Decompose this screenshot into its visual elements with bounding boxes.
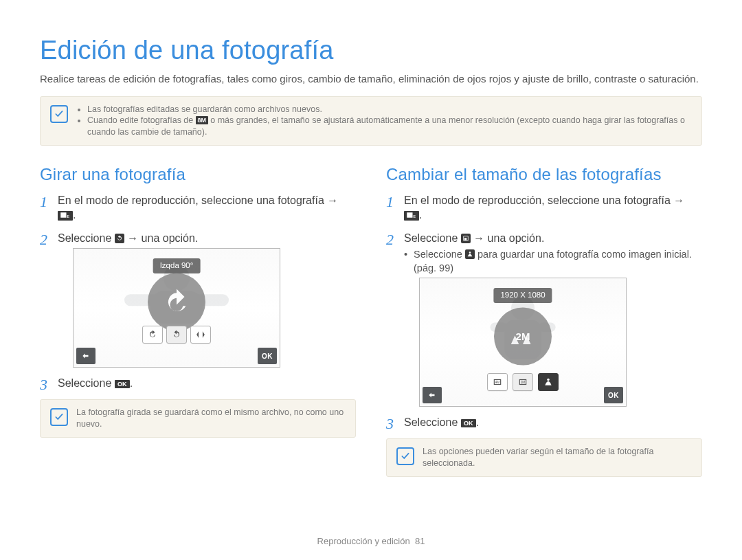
col-resize: Cambiar el tamaño de las fotografías En … — [386, 164, 702, 477]
opt-flip[interactable] — [190, 326, 211, 344]
top-note-item: Las fotografías editadas se guardarán co… — [87, 104, 692, 115]
svg-point-21 — [547, 379, 550, 381]
steps-rotate: En el modo de reproducción, seleccione u… — [40, 193, 356, 391]
step-3: Seleccione OK. — [40, 376, 356, 391]
footer-section: Reproducción y edición — [317, 536, 410, 546]
step-1: En el modo de reproducción, seleccione u… — [386, 193, 702, 223]
size-8m-icon: 8M — [196, 116, 208, 124]
step-2-sub: Seleccione para guardar una fotografía c… — [404, 248, 702, 275]
note-icon — [50, 408, 68, 426]
opt-rotate-left[interactable] — [166, 326, 187, 344]
option-row-rotate — [142, 326, 211, 344]
note-rotate: La fotografía girada se guardará como el… — [40, 399, 356, 438]
ok-icon: OK — [115, 380, 130, 388]
note-icon — [50, 105, 68, 123]
note-rotate-text: La fotografía girada se guardará como el… — [76, 407, 346, 430]
step-3: Seleccione OK. — [386, 415, 702, 430]
opt-startimg[interactable] — [538, 373, 559, 391]
back-button[interactable] — [76, 348, 95, 364]
svg-rect-1 — [60, 212, 66, 218]
ok-button[interactable]: OK — [258, 348, 277, 364]
rotate-icon — [115, 234, 124, 243]
step-2: Seleccione → una opción. Seleccione para… — [386, 231, 702, 407]
intro-text: Realice tareas de edición de fotografías… — [40, 72, 702, 86]
top-note-item: Cuando edite fotografías de 8M o más gra… — [87, 115, 692, 138]
edit-icon: E — [404, 211, 419, 221]
note-resize: Las opciones pueden variar según el tama… — [386, 438, 702, 477]
ok-icon: OK — [461, 419, 476, 427]
step-1: En el modo de reproducción, seleccione u… — [40, 193, 356, 223]
opt-rotate-right[interactable] — [142, 326, 163, 344]
pill-rotate-label: Izqda 90° — [153, 258, 201, 273]
back-button[interactable] — [423, 387, 442, 403]
page-title: Edición de una fotografía — [40, 33, 702, 68]
svg-rect-11 — [464, 238, 466, 240]
footer: Reproducción y edición 81 — [0, 535, 742, 548]
camera-screen-resize: 1920 X 1080 2M 4M 2M OK — [419, 278, 627, 407]
svg-point-12 — [469, 252, 471, 254]
steps-resize: En el modo de reproducción, seleccione u… — [386, 193, 702, 431]
ok-button[interactable]: OK — [604, 387, 623, 403]
top-note-list: Las fotografías editadas se guardarán co… — [76, 104, 692, 139]
center-disc-label: 2M — [516, 330, 530, 344]
svg-text:E: E — [413, 214, 416, 219]
note-icon — [396, 447, 414, 465]
resize-icon — [461, 234, 471, 243]
top-note-box: Las fotografías editadas se guardarán co… — [40, 96, 702, 146]
pill-resize-label: 1920 X 1080 — [493, 288, 552, 303]
svg-text:E: E — [67, 214, 69, 219]
opt-size-2m[interactable]: 2M — [513, 373, 533, 391]
center-disc-rotate — [148, 273, 205, 331]
col-rotate: Girar una fotografía En el modo de repro… — [40, 164, 356, 477]
step-2: Seleccione → una opción. Izqda 90° — [40, 231, 356, 368]
opt-size-4m[interactable]: 4M — [487, 373, 508, 391]
heading-rotate: Girar una fotografía — [40, 164, 356, 186]
option-row-resize: 4M 2M — [487, 373, 559, 391]
edit-icon: E — [58, 211, 73, 221]
svg-rect-8 — [407, 212, 412, 218]
camera-screen-rotate: Izqda 90° OK — [73, 248, 280, 368]
heading-resize: Cambiar el tamaño de las fotografías — [386, 164, 702, 186]
svg-text:4M: 4M — [495, 381, 500, 385]
svg-text:2M: 2M — [521, 381, 526, 385]
center-disc-resize: 2M — [494, 308, 552, 366]
note-resize-text: Las opciones pueden variar según el tama… — [423, 446, 692, 469]
startimg-icon — [465, 249, 475, 259]
footer-page: 81 — [415, 536, 425, 546]
